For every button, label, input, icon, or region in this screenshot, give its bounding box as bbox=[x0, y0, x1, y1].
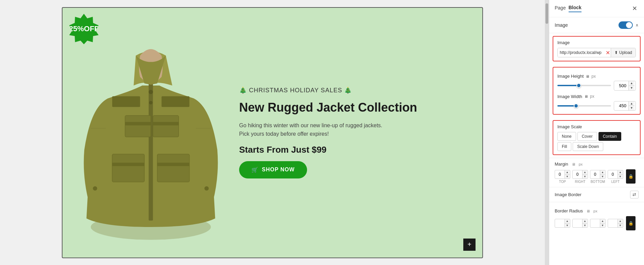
margin-right-group: ▲ ▼ RIGHT bbox=[572, 170, 588, 184]
collapse-chevron[interactable]: ∧ bbox=[636, 23, 639, 27]
image-scale-label: Image Scale bbox=[557, 124, 636, 129]
margin-right-input[interactable] bbox=[573, 171, 582, 178]
border-radius-label-row: Border Radius 🖥 px bbox=[555, 208, 639, 213]
svg-rect-2 bbox=[125, 115, 151, 137]
image-scale-section: Image Scale None Cover Contain Fill Scal… bbox=[553, 120, 641, 155]
radius-br-input[interactable] bbox=[590, 220, 600, 227]
url-clear-button[interactable]: ✕ bbox=[605, 50, 611, 56]
scale-down[interactable]: Scale Down bbox=[573, 142, 603, 151]
radius-tl-input[interactable] bbox=[555, 220, 565, 227]
scale-contain[interactable]: Contain bbox=[598, 132, 621, 141]
radius-tr-group: ▲ ▼ bbox=[572, 219, 588, 228]
svg-rect-9 bbox=[157, 163, 190, 166]
scroll-bar[interactable] bbox=[545, 0, 549, 265]
margin-px-label: px bbox=[579, 162, 583, 166]
image-border-section: Image Border ⇄ bbox=[549, 187, 644, 202]
radius-tl-decrement[interactable]: ▼ bbox=[565, 224, 570, 228]
price-text: Starts From Just $99 bbox=[239, 145, 462, 155]
radius-br-increment[interactable]: ▲ bbox=[600, 219, 605, 224]
scale-fill[interactable]: Fill bbox=[557, 142, 571, 151]
height-number-input[interactable] bbox=[614, 82, 628, 90]
width-decrement[interactable]: ▼ bbox=[629, 106, 634, 110]
svg-point-16 bbox=[93, 186, 97, 190]
close-button[interactable]: ✕ bbox=[631, 5, 639, 12]
radius-bl-increment[interactable]: ▲ bbox=[618, 219, 623, 224]
margin-left-decrement[interactable]: ▼ bbox=[618, 175, 623, 179]
image-border-label: Image Border bbox=[555, 192, 582, 197]
width-number-input[interactable] bbox=[614, 102, 628, 110]
width-slider[interactable] bbox=[557, 105, 611, 107]
image-toggle[interactable] bbox=[619, 21, 633, 29]
preview-frame: 25% OFF bbox=[62, 7, 483, 258]
scale-cover[interactable]: Cover bbox=[577, 132, 597, 141]
margin-left-label: LEFT bbox=[611, 180, 620, 184]
margin-top-input[interactable] bbox=[555, 171, 565, 178]
add-block-button[interactable]: + bbox=[463, 239, 476, 251]
width-input-box: ▲ ▼ bbox=[614, 101, 636, 111]
margin-top-increment[interactable]: ▲ bbox=[565, 170, 570, 175]
margin-inputs: ▲ ▼ TOP ▲ ▼ RIGHT bbox=[555, 169, 639, 184]
svg-rect-5 bbox=[153, 122, 179, 125]
scale-buttons: None Cover Contain Fill Scale Down bbox=[557, 132, 636, 151]
radius-monitor-icon: 🖥 bbox=[586, 209, 590, 213]
border-label-row: Image Border ⇄ bbox=[555, 191, 639, 198]
image-url-input[interactable] bbox=[558, 48, 605, 57]
radius-tr-decrement[interactable]: ▼ bbox=[583, 224, 587, 228]
radius-tl-group: ▲ ▼ bbox=[555, 219, 570, 228]
tab-block[interactable]: Block bbox=[569, 5, 582, 12]
tab-page[interactable]: Page bbox=[555, 5, 566, 12]
upload-button[interactable]: ⬆ Upload bbox=[611, 48, 636, 57]
border-radius-section: Border Radius 🖥 px ▲ ▼ ▲ ▼ bbox=[549, 202, 644, 234]
height-increment[interactable]: ▲ bbox=[629, 81, 634, 86]
radius-tr-input[interactable] bbox=[573, 220, 582, 227]
radius-br-decrement[interactable]: ▼ bbox=[600, 224, 605, 228]
margin-lock-button[interactable]: 🔒 bbox=[626, 169, 636, 184]
radius-inputs: ▲ ▼ ▲ ▼ ▲ bbox=[555, 216, 639, 230]
margin-bottom-increment[interactable]: ▲ bbox=[600, 170, 605, 175]
margin-bottom-label: BOTTOM bbox=[591, 180, 605, 184]
width-increment[interactable]: ▲ bbox=[629, 101, 634, 106]
svg-rect-4 bbox=[153, 115, 179, 137]
width-slider-row: ▲ ▼ bbox=[557, 101, 636, 111]
height-monitor-icon: 🖥 bbox=[586, 74, 589, 78]
image-label: Image bbox=[555, 22, 568, 28]
margin-section: Margin 🖥 px ▲ ▼ TOP ▲ bbox=[549, 158, 644, 187]
margin-bottom-decrement[interactable]: ▼ bbox=[600, 175, 605, 179]
radius-bl-input[interactable] bbox=[608, 220, 618, 227]
jacket-image-area bbox=[69, 17, 232, 248]
margin-left-input[interactable] bbox=[608, 171, 618, 178]
svg-rect-7 bbox=[112, 163, 144, 166]
image-height-label: Image Height bbox=[557, 74, 584, 79]
radius-tr-increment[interactable]: ▲ bbox=[583, 219, 587, 224]
jacket-svg bbox=[69, 17, 232, 248]
border-settings-button[interactable]: ⇄ bbox=[630, 191, 639, 198]
svg-point-12 bbox=[149, 90, 153, 94]
image-url-row: ✕ ⬆ Upload bbox=[557, 48, 636, 57]
height-slider[interactable] bbox=[557, 85, 611, 86]
radius-lock-button[interactable]: 🔒 bbox=[626, 216, 636, 230]
width-spinners: ▲ ▼ bbox=[628, 101, 634, 111]
scroll-thumb[interactable] bbox=[545, 3, 548, 24]
margin-bottom-input[interactable] bbox=[590, 171, 600, 178]
width-monitor-icon: 🖥 bbox=[584, 94, 588, 98]
margin-bottom-group: ▲ ▼ BOTTOM bbox=[590, 170, 606, 184]
image-section-label: Image bbox=[557, 40, 636, 45]
radius-bl-decrement[interactable]: ▼ bbox=[618, 224, 623, 228]
radius-tl-increment[interactable]: ▲ bbox=[565, 219, 570, 224]
margin-right-decrement[interactable]: ▼ bbox=[583, 175, 587, 179]
margin-label-row: Margin 🖥 px bbox=[555, 162, 639, 167]
svg-rect-10 bbox=[112, 96, 140, 107]
margin-left-increment[interactable]: ▲ bbox=[618, 170, 623, 175]
margin-right-increment[interactable]: ▲ bbox=[583, 170, 587, 175]
margin-monitor-icon: 🖥 bbox=[572, 162, 575, 166]
margin-top-decrement[interactable]: ▼ bbox=[565, 175, 570, 179]
svg-rect-8 bbox=[157, 154, 190, 182]
shop-now-button[interactable]: 🛒 SHOP NOW bbox=[239, 161, 307, 178]
image-height-label-row: Image Height 🖥 px bbox=[557, 74, 636, 79]
upload-icon: ⬆ bbox=[614, 50, 618, 55]
radius-br-group: ▲ ▼ bbox=[590, 219, 606, 228]
scale-none[interactable]: None bbox=[557, 132, 576, 141]
image-width-label-row: Image Width 🖥 px bbox=[557, 94, 636, 99]
main-title: New Rugged Jacket Collection bbox=[239, 100, 462, 115]
height-decrement[interactable]: ▼ bbox=[629, 86, 634, 90]
